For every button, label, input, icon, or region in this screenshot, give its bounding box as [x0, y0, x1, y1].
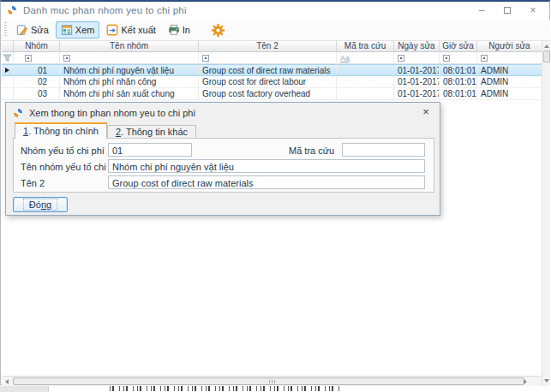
horizontal-scrollbar-thumb[interactable]: [13, 377, 524, 385]
view-info-dialog: Xem thong tin phan nhom yeu to chi phi ×…: [5, 102, 440, 216]
filter-box-icon: [443, 55, 450, 62]
group-name-field[interactable]: Nhóm chi phí nguyên vật liệu: [108, 159, 425, 173]
cell-nhom[interactable]: 03: [14, 88, 60, 99]
row-indicator: [2, 88, 14, 99]
cropped-text-remnant: [110, 386, 339, 391]
cell-nguoi-sua[interactable]: ADMIN: [477, 76, 542, 87]
cell-ma-tra-cuu[interactable]: [337, 76, 394, 87]
app-icon: [13, 108, 23, 118]
gear-icon[interactable]: [211, 23, 225, 38]
name2-field[interactable]: Group cost of direct raw materials: [108, 175, 425, 189]
print-icon: [168, 24, 180, 36]
current-row-arrow-icon: [5, 68, 9, 73]
filter-box-icon: [481, 55, 488, 62]
lookup-code-label: Mã tra cứu: [289, 146, 334, 156]
filter-box-icon: [25, 55, 32, 62]
screen: Danh muc phan nhom yeu to chi phi – × Sử…: [0, 0, 551, 392]
vertical-scrollbar-thumb[interactable]: [543, 50, 550, 62]
table-row[interactable]: 02 Nhóm chi phí nhân công Group cost for…: [2, 76, 542, 88]
column-header-ma-tra-cuu[interactable]: Mã tra cứu: [337, 41, 394, 52]
cell-ten-nhom[interactable]: Nhóm chi phí sản xuất chung: [60, 88, 199, 99]
window-title: Danh muc phan nhom yeu to chi phi: [23, 5, 187, 15]
filter-funnel-icon: [2, 52, 14, 64]
cell-ma-tra-cuu[interactable]: [337, 88, 394, 99]
lookup-code-field[interactable]: [342, 143, 425, 157]
toolbar: Sửa Xem: [2, 20, 550, 41]
filter-cell-ten-2[interactable]: [199, 52, 337, 64]
close-icon[interactable]: ×: [520, 4, 546, 16]
dialog-tabs: 1. Thông tin chính 2. Thông tin khác: [15, 122, 196, 139]
cell-gio-sua[interactable]: 08:01:01: [440, 88, 477, 99]
cell-nhom[interactable]: 01: [14, 65, 60, 75]
dialog-title: Xem thong tin phan nhom yeu to chi phi: [29, 108, 195, 118]
filter-cell-ma-tra-cuu[interactable]: Aa: [337, 52, 394, 64]
cell-ten-nhom[interactable]: Nhóm chi phí nguyên vật liệu: [60, 65, 199, 75]
thumb-grip: [269, 380, 275, 383]
column-header-nhom[interactable]: Nhóm: [14, 41, 60, 52]
minimize-icon[interactable]: –: [469, 4, 494, 16]
cell-gio-sua[interactable]: 08:01:01: [440, 76, 477, 87]
cell-ten-2[interactable]: Group cost factory overhead: [199, 88, 337, 99]
toolbar-grip[interactable]: [4, 22, 7, 38]
grid-header-row: Nhóm Tên nhóm Tên 2 Mã tra cứu Ngày sửa …: [2, 41, 542, 52]
cell-gio-sua[interactable]: 08:01:01: [440, 65, 477, 75]
cell-ngay-sua[interactable]: 01-01-2017: [394, 88, 440, 99]
cell-nguoi-sua[interactable]: ADMIN: [477, 65, 542, 75]
print-button[interactable]: In: [163, 21, 195, 39]
data-grid: Nhóm Tên nhóm Tên 2 Mã tra cứu Ngày sửa …: [2, 41, 542, 100]
filter-box-icon: [398, 55, 404, 62]
scroll-up-icon[interactable]: [544, 45, 549, 48]
cell-ma-tra-cuu[interactable]: [337, 65, 394, 75]
background-window-fragment: [0, 386, 49, 392]
tab-thong-tin-chinh[interactable]: 1. Thông tin chính: [15, 122, 107, 139]
row-indicator: [2, 76, 14, 87]
filter-cell-nhom[interactable]: [14, 52, 60, 64]
app-icon: [7, 5, 17, 15]
close-dialog-button[interactable]: Đóng: [13, 197, 68, 212]
row-indicator: [2, 65, 14, 75]
filter-cell-gio-sua[interactable]: [440, 52, 477, 64]
cell-ngay-sua[interactable]: 01-01-2017: [394, 65, 440, 75]
cell-ten-2[interactable]: Group cost for direct labour: [199, 76, 337, 87]
group-code-label: Nhóm yếu tố chi phí: [21, 146, 105, 156]
cell-ten-2[interactable]: Group cost of direct raw materials: [199, 65, 337, 75]
filter-box-icon: [202, 55, 209, 62]
group-name-label: Tên nhóm yếu tố chi phí: [21, 162, 122, 172]
export-icon: [106, 24, 118, 36]
table-row[interactable]: 03 Nhóm chi phí sản xuất chung Group cos…: [2, 88, 542, 100]
cell-nhom[interactable]: 02: [14, 76, 60, 87]
cell-nguoi-sua[interactable]: ADMIN: [477, 88, 542, 99]
scroll-right-icon[interactable]: [520, 377, 530, 387]
filter-cell-nguoi-sua[interactable]: [477, 52, 542, 64]
dialog-titlebar[interactable]: Xem thong tin phan nhom yeu to chi phi ×: [6, 103, 440, 123]
main-window: Danh muc phan nhom yeu to chi phi – × Sử…: [0, 0, 550, 385]
column-header-ten-nhom[interactable]: Tên nhóm: [60, 41, 199, 52]
name2-label: Tên 2: [21, 178, 45, 188]
tab-thong-tin-khac[interactable]: 2. Thông tin khác: [107, 125, 196, 139]
filter-cell-ngay-sua[interactable]: [394, 52, 440, 64]
vertical-scrollbar[interactable]: [542, 41, 550, 376]
view-button[interactable]: Xem: [56, 21, 100, 39]
column-header-ngay-sua[interactable]: Ngày sửa: [394, 41, 440, 52]
filter-box-icon: [63, 55, 70, 62]
filter-cell-ten-nhom[interactable]: [60, 52, 199, 64]
group-code-field[interactable]: 01: [108, 143, 192, 157]
horizontal-scrollbar[interactable]: [2, 376, 542, 386]
cell-ngay-sua[interactable]: 01-01-2017: [394, 76, 440, 87]
dialog-close-icon[interactable]: ×: [419, 105, 433, 118]
view-icon: [61, 24, 73, 36]
column-header-ten-2[interactable]: Tên 2: [199, 41, 337, 52]
edit-icon: [16, 24, 28, 36]
column-header-nguoi-sua[interactable]: Người sửa: [477, 41, 542, 52]
cell-ten-nhom[interactable]: Nhóm chi phí nhân công: [60, 76, 199, 87]
scrollbar-corner[interactable]: [542, 376, 550, 386]
column-header-gio-sua[interactable]: Giờ sửa: [440, 41, 477, 52]
table-row-selected[interactable]: 01 Nhóm chi phí nguyên vật liệu Group co…: [2, 64, 542, 76]
header-indicator: [2, 41, 14, 52]
window-titlebar[interactable]: Danh muc phan nhom yeu to chi phi – ×: [1, 2, 549, 19]
text-filter-icon: Aa: [340, 54, 350, 62]
export-button[interactable]: Kết xuất: [101, 21, 160, 39]
scroll-down-icon[interactable]: [544, 379, 549, 383]
edit-button[interactable]: Sửa: [11, 21, 54, 39]
maximize-icon[interactable]: [504, 7, 511, 14]
